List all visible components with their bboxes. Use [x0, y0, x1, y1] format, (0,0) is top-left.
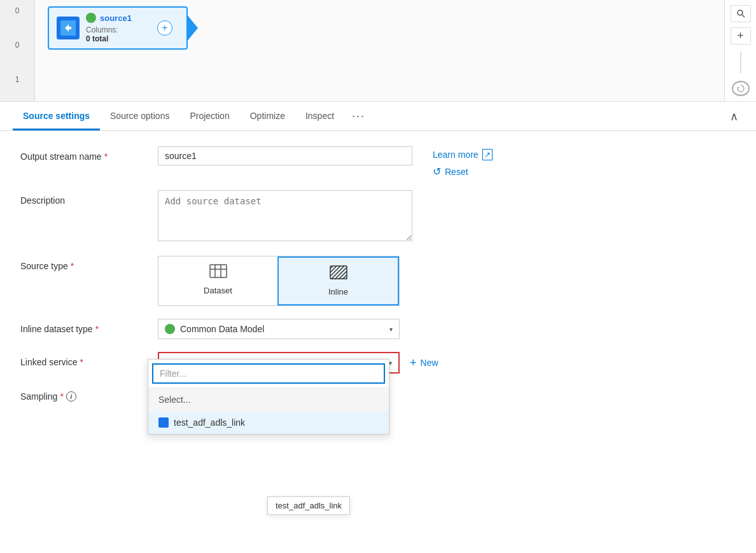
sampling-info-icon[interactable]: i: [66, 391, 76, 402]
inline-label: Inline: [328, 287, 348, 297]
linked-service-required: *: [80, 357, 83, 367]
tab-more-button[interactable]: ···: [344, 104, 373, 128]
popup-item-test-adls[interactable]: test_adf_adls_link: [148, 411, 389, 434]
inline-type-button[interactable]: Inline: [277, 256, 399, 305]
zoom-in-button[interactable]: +: [731, 27, 751, 45]
hatch-icon: [330, 265, 347, 279]
output-stream-input[interactable]: [158, 146, 412, 165]
ruler-value-1: 0: [15, 41, 20, 50]
tab-source-settings[interactable]: Source settings: [13, 103, 100, 130]
tab-projection-label: Projection: [190, 111, 229, 121]
popup-select-option[interactable]: Select...: [148, 388, 389, 411]
output-stream-label: Output stream name *: [20, 146, 148, 162]
toolbar-divider: [740, 52, 741, 73]
inline-icon: [330, 265, 347, 283]
dataset-icon: [209, 264, 227, 282]
node-info: source1 Columns: 0 total: [86, 13, 132, 43]
output-stream-required: *: [104, 151, 108, 162]
grid-icon: [209, 264, 227, 278]
tab-source-options[interactable]: Source options: [100, 103, 179, 130]
source-node[interactable]: source1 Columns: 0 total +: [48, 6, 188, 50]
filter-input-wrap: [148, 360, 389, 388]
external-link-icon: ↗: [482, 149, 493, 160]
search-icon: [736, 9, 745, 18]
ruler: 0 0 1: [0, 0, 35, 101]
source-icon: [63, 23, 73, 33]
inline-dataset-type-dropdown[interactable]: Common Data Model ▾: [158, 319, 400, 339]
popup-item-label: test_adf_adls_link: [174, 417, 245, 428]
node-name-label: source1: [100, 13, 132, 23]
settings-panel: Output stream name * Learn more ↗ ↺ Rese…: [0, 131, 756, 553]
tab-inspect[interactable]: Inspect: [295, 103, 344, 130]
sampling-label: Sampling * i: [20, 386, 148, 402]
inline-dataset-type-row: Inline dataset type * Common Data Model …: [20, 319, 736, 339]
tab-source-settings-label: Source settings: [23, 111, 90, 121]
tooltip-text: test_adf_adls_link: [276, 501, 342, 510]
description-row: Description: [20, 190, 736, 243]
search-button[interactable]: [731, 5, 751, 22]
svg-point-0: [738, 10, 743, 15]
source-type-control: Dataset: [158, 256, 412, 306]
globe-icon: [165, 324, 175, 334]
linked-service-popup: Select... test_adf_adls_link: [148, 359, 389, 435]
tab-source-options-label: Source options: [110, 111, 169, 121]
node-meta: Columns: 0 total: [86, 25, 132, 43]
linked-service-label: Linked service *: [20, 352, 148, 367]
tab-inspect-label: Inspect: [305, 111, 334, 121]
plus-icon: +: [737, 29, 744, 43]
node-icon-inner: [60, 20, 76, 36]
source-type-label: Source type *: [20, 256, 148, 271]
columns-value: 0 total: [86, 34, 108, 43]
reset-icon: ↺: [433, 165, 441, 178]
inline-dataset-type-required: *: [95, 324, 99, 334]
columns-label: Columns:: [86, 25, 118, 34]
node-icon-wrapper: [57, 17, 80, 39]
node-add-button[interactable]: +: [157, 20, 172, 36]
chevron-up-icon: ∧: [730, 110, 738, 123]
inline-dataset-type-control: Common Data Model ▾: [158, 319, 412, 339]
learn-more-label: Learn more: [433, 150, 479, 160]
node-globe-icon: [86, 13, 96, 23]
tab-projection[interactable]: Projection: [179, 103, 239, 130]
dropdown-left: Common Data Model: [165, 324, 264, 334]
output-stream-row: Output stream name * Learn more ↗ ↺ Rese…: [20, 146, 736, 178]
description-textarea[interactable]: [158, 190, 412, 241]
zoom-control[interactable]: [732, 81, 750, 96]
new-linked-service-button[interactable]: + New: [407, 353, 441, 374]
ruler-value-0: 0: [15, 6, 20, 15]
collapse-panel-button[interactable]: ∧: [725, 104, 743, 129]
tab-bar: Source settings Source options Projectio…: [0, 102, 756, 131]
plus-icon: +: [410, 356, 417, 370]
svg-line-1: [742, 15, 745, 18]
description-control: [158, 190, 412, 243]
side-actions: Learn more ↗ ↺ Reset: [433, 146, 493, 178]
source-type-row: Source type *: [20, 256, 736, 306]
reset-view-icon: [736, 84, 745, 93]
inline-dataset-type-value: Common Data Model: [180, 324, 264, 334]
right-toolbar: +: [724, 0, 756, 101]
sampling-required: *: [60, 391, 63, 402]
adls-link-icon: [158, 417, 169, 428]
source-type-required: *: [71, 261, 74, 271]
dataset-label: Dataset: [204, 286, 232, 295]
reset-button[interactable]: ↺ Reset: [433, 165, 493, 178]
description-label: Description: [20, 190, 148, 206]
tab-optimize[interactable]: Optimize: [240, 103, 295, 130]
chevron-down-icon: ▾: [389, 326, 393, 333]
ruler-value-2: 1: [15, 75, 20, 84]
tab-optimize-label: Optimize: [250, 111, 285, 121]
svg-marker-2: [738, 87, 739, 89]
canvas-area: source1 Columns: 0 total +: [35, 0, 724, 101]
reset-label: Reset: [445, 167, 468, 177]
svg-rect-3: [210, 265, 227, 277]
output-stream-control: [158, 146, 412, 165]
new-button-label: New: [421, 358, 438, 368]
learn-more-button[interactable]: Learn more ↗: [433, 149, 493, 160]
tooltip-box: test_adf_adls_link: [267, 496, 350, 515]
source-type-buttons: Dataset: [158, 256, 400, 306]
inline-dataset-type-label: Inline dataset type *: [20, 319, 148, 334]
dataset-type-button[interactable]: Dataset: [158, 256, 277, 305]
filter-input[interactable]: [152, 363, 385, 384]
node-title: source1: [86, 13, 132, 23]
